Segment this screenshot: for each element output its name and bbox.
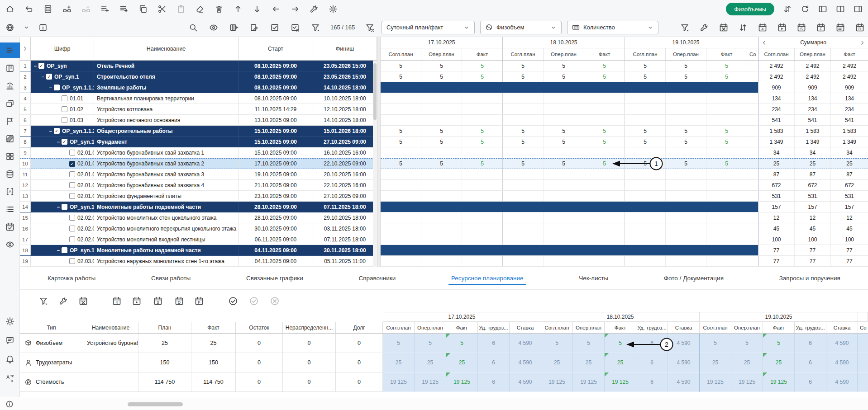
calculator-button[interactable] (43, 4, 53, 14)
task-row[interactable]: 902.01.01Устройство буронабивных свай за… (20, 147, 377, 158)
sidebar-item-notifications[interactable] (2, 352, 18, 367)
task-row[interactable]: 1602.02.02Устройство монолитного перекры… (20, 223, 377, 234)
day-grid-row[interactable]: 777777 (381, 256, 868, 267)
task-row[interactable]: 1502.02.01Устройство монолитных стен цок… (20, 212, 377, 223)
day-grid-row[interactable]: 777777 (381, 245, 868, 256)
task-row[interactable]: 14−OP_syn.1.1...Монолитные работы подзем… (20, 202, 377, 212)
column-header[interactable]: Шифр (31, 37, 94, 60)
eye-button[interactable] (208, 22, 219, 33)
day-grid-row[interactable]: 134134134 (381, 93, 868, 104)
resource-row[interactable]: Трудозатраты15015000025252564 5902525256… (20, 353, 868, 372)
sidebar-item-chart[interactable] (2, 79, 18, 93)
search-button[interactable] (188, 22, 199, 33)
sidebar-item-flag[interactable] (2, 114, 18, 128)
globe-button[interactable] (5, 22, 15, 33)
calendar-4-button[interactable]: 4 (757, 22, 768, 33)
collapse-tree-button[interactable] (20, 37, 31, 60)
tab-work-card[interactable]: Карточка работы (45, 268, 98, 288)
link-add-button[interactable] (62, 4, 72, 14)
tree-expander[interactable]: − (56, 248, 61, 253)
task-row[interactable]: 1−OP_synОтель Речной08.10.2025 09:0023.0… (20, 61, 377, 71)
task-checkbox[interactable] (69, 171, 75, 177)
sidebar-item-calendar-check[interactable] (2, 220, 18, 234)
calendar-clear-button[interactable] (78, 296, 89, 306)
sidebar-item-list[interactable] (2, 202, 18, 217)
task-row[interactable]: 1002.01.02Устройство буронабивных свай з… (20, 158, 377, 169)
task-checkbox[interactable] (69, 236, 75, 242)
sidebar-item-comments[interactable] (2, 333, 18, 348)
sidebar-item-visibility[interactable] (2, 237, 18, 252)
scissors-button[interactable] (157, 4, 167, 14)
info-icon[interactable] (5, 400, 14, 408)
confirm-button[interactable] (248, 295, 260, 307)
column-header[interactable]: Факт (191, 322, 236, 333)
scroll-right-icon[interactable] (859, 40, 865, 46)
tree-expander[interactable]: − (48, 128, 53, 134)
task-checkbox[interactable] (62, 204, 67, 210)
paste-button[interactable] (176, 4, 186, 14)
undo-button[interactable] (24, 4, 34, 14)
day-grid-row[interactable]: 672672672 (381, 180, 868, 191)
scroll-left-icon[interactable] (761, 40, 767, 46)
tab-photo-documentation[interactable]: Фото / Документация (661, 268, 726, 288)
task-checkbox[interactable] (69, 215, 75, 221)
column-header[interactable]: Долг (336, 322, 383, 333)
day-grid-row[interactable]: 343434 (381, 147, 868, 158)
day-grid-row[interactable]: 5555555552 4922 4922 492 (381, 71, 868, 82)
task-checkbox[interactable] (62, 95, 67, 101)
tab-resource-planning[interactable]: Ресурсное планирование (448, 268, 526, 288)
tree-expander[interactable]: − (40, 74, 46, 80)
sidebar-item-board[interactable] (2, 61, 18, 75)
task-checkbox[interactable] (62, 117, 67, 123)
task-row[interactable]: 3−OP_syn.1.1.1Земляные работы08.10.2025 … (20, 82, 377, 93)
column-header[interactable]: Старт (238, 37, 313, 60)
task-checkbox[interactable] (69, 150, 75, 156)
task-row[interactable]: 1202.01.04Устройство буронабивных свай з… (20, 180, 377, 191)
calendar-f-button[interactable]: F (816, 22, 826, 33)
tab-requests-orders[interactable]: Запросы и поручения (777, 268, 843, 288)
document-uncheck-button[interactable] (290, 22, 300, 33)
task-checkbox[interactable] (62, 139, 67, 145)
pane-splitter[interactable] (377, 37, 381, 267)
task-checkbox[interactable] (54, 128, 60, 134)
calendar-clear-button[interactable] (718, 22, 729, 33)
arrow-down-button[interactable] (252, 4, 262, 14)
arrow-up-button[interactable] (233, 4, 243, 14)
sidebar-item-translate[interactable]: Aя (2, 371, 18, 386)
link-remove-button[interactable] (81, 4, 91, 14)
task-row[interactable]: 1302.01.05Устройство фундаментной плиты2… (20, 191, 377, 202)
columns-add-button[interactable] (229, 22, 239, 33)
tab-checklists[interactable]: Чек-листы (576, 268, 611, 288)
chevron-down-button[interactable] (22, 23, 31, 32)
home-button[interactable] (5, 4, 15, 14)
task-row[interactable]: 18−OP_syn.1.1...Монолитные работы надзем… (20, 245, 377, 256)
arrow-left-button[interactable] (271, 4, 281, 14)
document-check-button[interactable] (269, 22, 280, 33)
sidebar-item-database[interactable] (2, 167, 18, 181)
plan-mode-dropdown[interactable]: Суточный план/факт (382, 21, 475, 34)
calendar-f-button[interactable]: F (194, 296, 205, 306)
transpose-button[interactable] (782, 4, 793, 14)
column-header[interactable]: Наименование (83, 322, 138, 333)
tab-work-relations[interactable]: Связи работы (148, 268, 193, 288)
calendar-s-button[interactable]: S (151, 294, 165, 308)
day-grid-row[interactable]: 157157157 (381, 202, 868, 212)
column-header[interactable]: Остаток (236, 322, 283, 333)
task-checkbox[interactable] (38, 63, 44, 69)
task-row[interactable]: 1702.02.03Устройство монолитной входной … (20, 234, 377, 245)
day-grid-row[interactable]: 555555555252525 (381, 158, 868, 169)
calendar-4-button[interactable]: 4 (111, 296, 122, 306)
panel-split-button[interactable] (835, 4, 846, 14)
day-grid-row[interactable]: 5555555551 5831 5831 583 (381, 126, 868, 137)
task-checkbox[interactable] (69, 182, 75, 188)
calendar-d-button[interactable]: D (854, 22, 865, 33)
gear-button[interactable] (328, 4, 339, 14)
horizontal-scrollbar[interactable] (128, 402, 183, 406)
column-header[interactable]: Нераспределенн... (283, 322, 336, 333)
resource-row[interactable]: Стоимость114 750114 75000019 12519 12519… (20, 372, 868, 392)
wrench-button[interactable] (58, 296, 69, 306)
task-checkbox[interactable] (69, 193, 75, 199)
task-checkbox[interactable] (62, 106, 67, 112)
tree-expander[interactable]: − (56, 204, 61, 210)
column-header[interactable]: Финиш (313, 37, 377, 60)
